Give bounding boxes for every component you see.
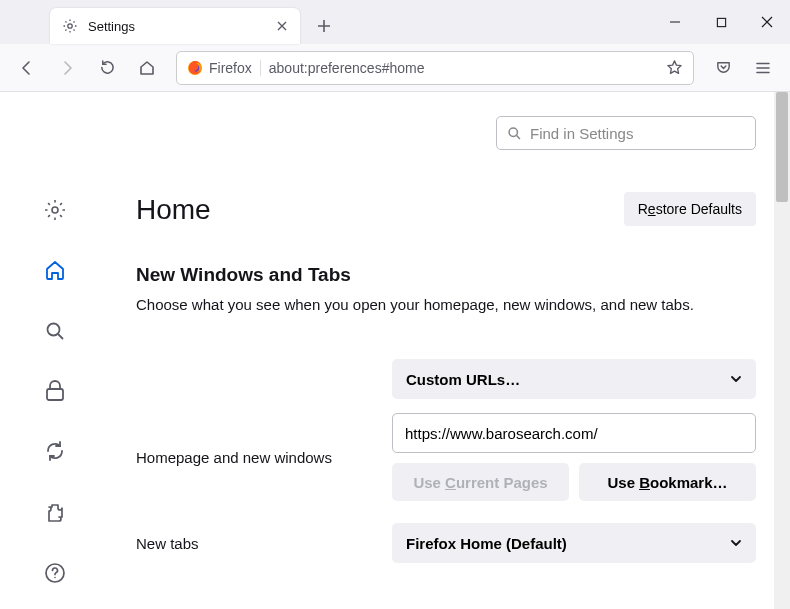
svg-point-0 xyxy=(68,24,72,28)
sidebar-item-search[interactable] xyxy=(35,312,75,348)
svg-point-4 xyxy=(52,207,58,213)
gear-icon xyxy=(62,18,78,34)
svg-point-9 xyxy=(509,128,517,136)
back-button[interactable] xyxy=(10,51,44,85)
svg-rect-6 xyxy=(47,389,63,400)
homepage-url-input[interactable] xyxy=(392,413,756,453)
url-identity-label: Firefox xyxy=(209,60,252,76)
lock-icon xyxy=(44,379,66,403)
minimize-button[interactable] xyxy=(652,0,698,44)
select-value: Custom URLs… xyxy=(406,371,520,388)
browser-tab[interactable]: Settings xyxy=(50,8,300,44)
search-icon xyxy=(43,319,67,343)
svg-point-5 xyxy=(48,323,60,335)
search-icon xyxy=(507,126,522,141)
newtabs-row: New tabs Firefox Home (Default) xyxy=(136,523,756,563)
star-icon[interactable] xyxy=(666,59,683,76)
section-title: New Windows and Tabs xyxy=(136,264,756,286)
sidebar-item-help[interactable] xyxy=(35,553,75,593)
puzzle-icon xyxy=(44,502,66,524)
close-window-button[interactable] xyxy=(744,0,790,44)
homepage-label: Homepage and new windows xyxy=(136,449,392,466)
tab-title: Settings xyxy=(88,19,266,34)
help-icon xyxy=(44,562,66,584)
chevron-down-icon xyxy=(730,373,742,385)
maximize-button[interactable] xyxy=(698,0,744,44)
home-icon xyxy=(138,59,156,77)
home-button[interactable] xyxy=(130,51,164,85)
plus-icon xyxy=(317,19,331,33)
window-controls xyxy=(652,0,790,44)
home-icon xyxy=(43,258,67,282)
reload-icon xyxy=(99,59,116,76)
homepage-mode-select[interactable]: Custom URLs… xyxy=(392,359,756,399)
restore-defaults-button[interactable]: Restore Defaults xyxy=(624,192,756,226)
svg-point-8 xyxy=(54,577,56,579)
reload-button[interactable] xyxy=(90,51,124,85)
arrow-left-icon xyxy=(18,59,36,77)
sidebar-item-general[interactable] xyxy=(35,192,75,228)
gear-icon xyxy=(43,198,67,222)
menu-button[interactable] xyxy=(746,51,780,85)
hamburger-icon xyxy=(755,60,771,76)
url-text: about:preferences#home xyxy=(269,60,658,76)
svg-rect-1 xyxy=(717,18,725,26)
sidebar-item-sync[interactable] xyxy=(35,433,75,469)
use-current-pages-button: Use Current Pages xyxy=(392,463,569,501)
pocket-icon xyxy=(715,59,732,76)
sync-icon xyxy=(43,439,67,463)
new-tab-button[interactable] xyxy=(308,10,340,42)
nav-toolbar: Firefox about:preferences#home xyxy=(0,44,790,92)
url-identity: Firefox xyxy=(187,60,261,76)
newtabs-label: New tabs xyxy=(136,535,392,552)
use-bookmark-button[interactable]: Use Bookmark… xyxy=(579,463,756,501)
search-input[interactable]: Find in Settings xyxy=(496,116,756,150)
sidebar-item-privacy[interactable] xyxy=(35,373,75,409)
search-placeholder: Find in Settings xyxy=(530,125,633,142)
content-area: Find in Settings Home Restore Defaults N… xyxy=(0,92,790,609)
homepage-select-row: Custom URLs… xyxy=(136,359,756,399)
section-description: Choose what you see when you open your h… xyxy=(136,296,756,313)
chevron-down-icon xyxy=(730,537,742,549)
firefox-icon xyxy=(187,60,203,76)
sidebar-item-extensions[interactable] xyxy=(35,493,75,533)
homepage-url-row: Homepage and new windows Use Current Pag… xyxy=(136,413,756,501)
settings-sidebar xyxy=(0,92,110,609)
sidebar-item-home[interactable] xyxy=(35,252,75,288)
close-icon[interactable] xyxy=(276,20,288,32)
newtabs-select[interactable]: Firefox Home (Default) xyxy=(392,523,756,563)
url-bar[interactable]: Firefox about:preferences#home xyxy=(176,51,694,85)
titlebar: Settings xyxy=(0,0,790,44)
scrollbar[interactable] xyxy=(774,92,790,609)
arrow-right-icon xyxy=(58,59,76,77)
select-value: Firefox Home (Default) xyxy=(406,535,567,552)
scrollbar-thumb[interactable] xyxy=(776,92,788,202)
forward-button xyxy=(50,51,84,85)
pocket-button[interactable] xyxy=(706,51,740,85)
settings-main: Find in Settings Home Restore Defaults N… xyxy=(110,92,790,609)
